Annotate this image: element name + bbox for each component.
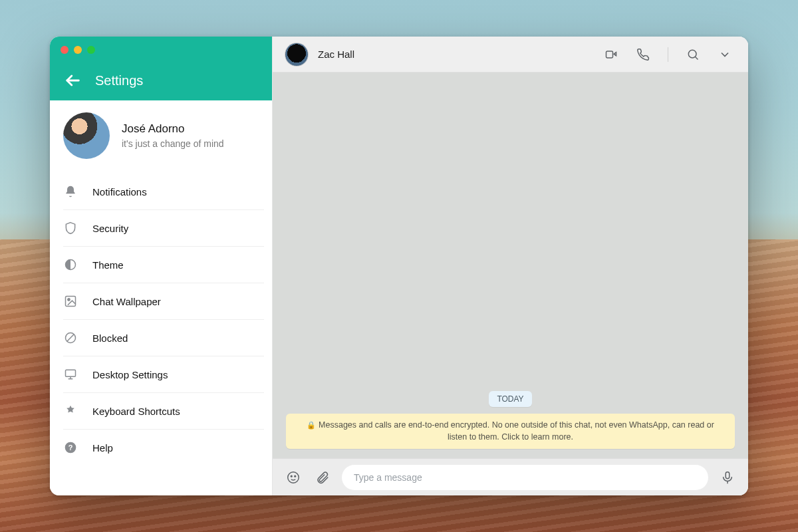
menu-label: Theme: [92, 259, 124, 271]
menu-label: Chat Wallpaper: [92, 296, 161, 307]
encryption-notice[interactable]: 🔒Messages and calls are end-to-end encry…: [286, 414, 735, 450]
attach-button[interactable]: [313, 467, 332, 487]
compose-bar: [273, 458, 748, 495]
search-icon: [686, 48, 700, 61]
zoom-window-button[interactable]: [87, 46, 95, 54]
contact-avatar[interactable]: [285, 43, 309, 66]
date-separator: TODAY: [489, 391, 531, 407]
menu-item-security[interactable]: Security: [63, 209, 264, 246]
help-icon: ?: [63, 440, 78, 455]
menu-item-keyboard-shortcuts[interactable]: Keyboard Shortcuts: [63, 392, 264, 429]
menu-label: Help: [92, 442, 113, 454]
blocked-icon: [63, 331, 78, 345]
svg-text:?: ?: [68, 444, 73, 452]
svg-point-3: [68, 299, 70, 301]
menu-label: Blocked: [92, 332, 128, 344]
menu-item-notifications[interactable]: Notifications: [63, 174, 264, 209]
profile-section[interactable]: José Adorno it's just a change of mind: [50, 100, 272, 174]
phone-icon: [636, 48, 650, 61]
lock-icon: 🔒: [307, 421, 316, 429]
chat-messages-area: TODAY 🔒Messages and calls are end-to-end…: [273, 72, 748, 458]
app-window: Settings José Adorno it's just a change …: [50, 37, 748, 495]
chat-header: Zac Hall: [273, 37, 748, 72]
svg-line-5: [67, 334, 74, 342]
settings-menu: Notifications Security Theme Chat Wallpa…: [50, 174, 272, 466]
close-window-button[interactable]: [61, 46, 68, 54]
menu-label: Notifications: [92, 186, 147, 198]
emoji-icon: [286, 470, 301, 485]
profile-status: it's just a change of mind: [122, 138, 224, 149]
menu-label: Security: [92, 223, 128, 234]
svg-point-12: [688, 50, 696, 58]
menu-item-chat-wallpaper[interactable]: Chat Wallpaper: [63, 283, 264, 319]
message-input[interactable]: [342, 465, 708, 490]
svg-rect-11: [606, 51, 613, 58]
bell-icon: [63, 184, 78, 199]
voice-call-button[interactable]: [632, 43, 654, 66]
settings-panel: Settings José Adorno it's just a change …: [50, 37, 273, 495]
profile-avatar: [63, 112, 110, 159]
svg-point-15: [291, 475, 292, 477]
emoji-button[interactable]: [283, 467, 303, 487]
chat-menu-button[interactable]: [714, 43, 736, 66]
wallpaper-icon: [63, 294, 78, 309]
svg-rect-17: [726, 471, 730, 478]
menu-item-theme[interactable]: Theme: [63, 246, 264, 283]
paperclip-icon: [315, 470, 330, 485]
svg-point-14: [288, 471, 299, 483]
encryption-notice-text: Messages and calls are end-to-end encryp…: [319, 420, 714, 442]
voice-message-button[interactable]: [718, 467, 737, 487]
header-divider: [668, 47, 668, 62]
svg-line-13: [696, 57, 698, 59]
arrow-left-icon: [63, 71, 82, 90]
menu-item-desktop-settings[interactable]: Desktop Settings: [63, 356, 264, 392]
search-in-chat-button[interactable]: [682, 43, 704, 66]
contact-name[interactable]: Zac Hall: [318, 49, 354, 60]
video-call-button[interactable]: [600, 43, 622, 66]
menu-item-help[interactable]: ? Help: [63, 429, 264, 466]
keyboard-icon: [63, 404, 78, 418]
shield-icon: [63, 221, 78, 235]
panel-title: Settings: [95, 73, 143, 88]
chevron-down-icon: [718, 48, 732, 61]
svg-point-16: [295, 475, 296, 477]
video-icon: [604, 48, 618, 61]
theme-icon: [63, 257, 78, 272]
menu-label: Desktop Settings: [92, 369, 168, 380]
back-button[interactable]: [63, 71, 82, 90]
menu-label: Keyboard Shortcuts: [92, 406, 180, 417]
window-controls: [61, 46, 95, 54]
profile-name: José Adorno: [122, 122, 224, 136]
svg-rect-2: [66, 297, 76, 307]
minimize-window-button[interactable]: [74, 46, 82, 54]
menu-item-blocked[interactable]: Blocked: [63, 319, 264, 356]
titlebar: Settings: [50, 37, 272, 100]
desktop-icon: [63, 367, 78, 382]
svg-rect-6: [66, 370, 76, 376]
chat-panel: Zac Hall TODAY 🔒Messages and calls are e…: [273, 37, 748, 495]
microphone-icon: [720, 470, 735, 485]
